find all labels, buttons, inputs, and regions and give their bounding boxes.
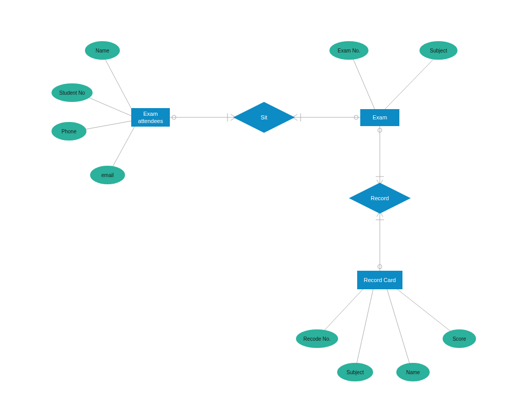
svg-line-0 (102, 54, 134, 113)
svg-line-5 (385, 54, 438, 109)
attribute-student-no: Student No (51, 83, 93, 102)
svg-line-4 (351, 54, 375, 109)
attribute-subject-record: Subject (337, 363, 373, 381)
svg-point-13 (378, 128, 382, 132)
entity-record-card: Record Card (357, 271, 402, 289)
attribute-score: Score (443, 329, 476, 348)
attribute-subject-exam: Subject (419, 41, 458, 60)
attribute-email: email (90, 166, 125, 184)
svg-line-20 (387, 289, 412, 371)
svg-line-21 (397, 289, 458, 337)
attribute-exam-no: Exam No. (329, 41, 368, 60)
svg-line-19 (355, 289, 373, 371)
svg-point-17 (378, 265, 382, 269)
entity-exam: Exam (360, 109, 399, 126)
svg-point-7 (172, 115, 176, 119)
attribute-name: Name (85, 41, 120, 60)
svg-point-11 (354, 115, 358, 119)
entity-exam-attendees: Exam attendees (131, 108, 170, 127)
relationship-record-label: Record (371, 195, 389, 201)
attribute-name-record: Name (396, 363, 430, 381)
relationship-sit-label: Sit (261, 114, 268, 120)
attribute-recode-no: Recode No. (296, 329, 338, 348)
attribute-phone: Phone (51, 122, 86, 141)
er-connectors (0, 0, 527, 420)
